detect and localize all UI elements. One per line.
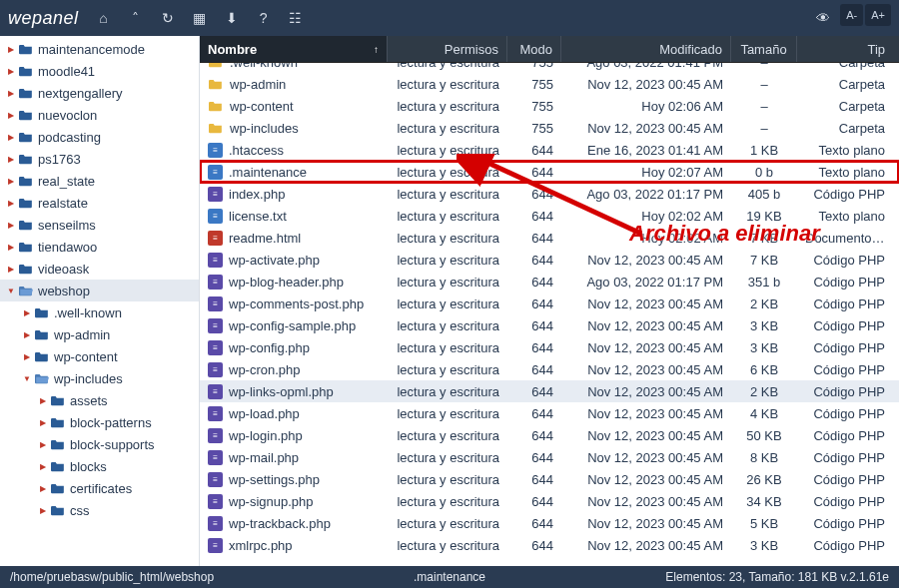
tree-item[interactable]: real_state [0, 170, 199, 192]
download-icon[interactable]: ⬇ [217, 4, 247, 32]
tree-item[interactable]: wp-admin [0, 323, 199, 345]
file-permissions: lectura y escritura [388, 318, 507, 333]
file-row[interactable]: ≡wp-login.phplectura y escritura644Nov 1… [200, 424, 899, 446]
font-decrease-button[interactable]: A- [840, 4, 863, 26]
tree-twisty-icon[interactable] [4, 243, 18, 252]
tree-item[interactable]: nuevoclon [0, 104, 199, 126]
folder-icon [50, 393, 66, 407]
tree-item[interactable]: tiendawoo [0, 236, 199, 258]
home-icon[interactable]: ⌂ [89, 4, 119, 32]
file-type: Código PHP [797, 187, 899, 202]
file-row[interactable]: wp-adminlectura y escritura755Nov 12, 20… [200, 73, 899, 95]
file-modified: Ago 03, 2022 01:17 PM [561, 275, 731, 290]
tree-item-label: blocks [70, 459, 107, 474]
tree-twisty-icon[interactable] [4, 67, 18, 76]
tree-twisty-icon[interactable] [4, 133, 18, 142]
tree-twisty-icon[interactable] [36, 506, 50, 515]
file-type: Código PHP [797, 472, 899, 487]
font-increase-button[interactable]: A+ [865, 4, 891, 26]
tree-twisty-icon[interactable] [36, 396, 50, 405]
tree-twisty-icon[interactable] [20, 374, 34, 383]
tree-item[interactable]: webshop [0, 280, 199, 301]
file-row[interactable]: ≡.htaccesslectura y escritura644Ene 16, … [200, 139, 899, 161]
file-size: 351 b [731, 275, 797, 290]
tree-item[interactable]: maintenancemode [0, 38, 199, 60]
tree-twisty-icon[interactable] [4, 199, 18, 208]
tree-twisty-icon[interactable] [36, 440, 50, 449]
file-row[interactable]: wp-includeslectura y escritura755Nov 12,… [200, 117, 899, 139]
file-size: 19 KB [731, 209, 797, 224]
tree-item[interactable]: videoask [0, 258, 199, 280]
file-row[interactable]: wp-contentlectura y escritura755Hoy 02:0… [200, 95, 899, 117]
file-list[interactable]: .well-knownlectura y escritura755Ago 03,… [200, 63, 899, 566]
column-header-size[interactable]: Tamaño [731, 36, 797, 62]
tree-item[interactable]: certificates [0, 477, 199, 499]
column-header-mode[interactable]: Modo [507, 36, 561, 62]
tree-item-label: ps1763 [38, 152, 81, 167]
file-modified: Nov 12, 2023 00:45 AM [561, 472, 731, 487]
file-row[interactable]: ≡wp-settings.phplectura y escritura644No… [200, 468, 899, 490]
file-row[interactable]: ≡license.txtlectura y escritura644Hoy 02… [200, 205, 899, 227]
file-row[interactable]: ≡wp-activate.phplectura y escritura644No… [200, 249, 899, 271]
file-row[interactable]: ≡wp-links-opml.phplectura y escritura644… [200, 380, 899, 402]
tree-twisty-icon[interactable] [36, 484, 50, 493]
tree-item[interactable]: wp-content [0, 345, 199, 367]
folder-tree[interactable]: maintenancemodemoodle41nextgengallerynue… [0, 36, 200, 566]
file-mode: 644 [507, 362, 561, 377]
folder-icon [50, 503, 66, 517]
tree-item[interactable]: podcasting [0, 126, 199, 148]
tree-item[interactable]: ps1763 [0, 148, 199, 170]
tree-twisty-icon[interactable] [4, 155, 18, 164]
file-row[interactable]: ≡wp-blog-header.phplectura y escritura64… [200, 271, 899, 293]
tree-item[interactable]: senseilms [0, 214, 199, 236]
tree-twisty-icon[interactable] [4, 177, 18, 186]
folder-icon [34, 305, 50, 319]
file-row[interactable]: ≡wp-config-sample.phplectura y escritura… [200, 314, 899, 336]
column-header-name[interactable]: Nombre↑ [200, 36, 388, 62]
file-row[interactable]: ≡.maintenancelectura y escritura644Hoy 0… [200, 161, 899, 183]
column-header-type[interactable]: Tip [797, 36, 899, 62]
tree-item[interactable]: block-patterns [0, 411, 199, 433]
file-row[interactable]: ≡wp-comments-post.phplectura y escritura… [200, 293, 899, 314]
file-row[interactable]: ≡wp-trackback.phplectura y escritura644N… [200, 512, 899, 534]
up-icon[interactable]: ˄ [121, 4, 151, 32]
tree-item[interactable]: block-supports [0, 433, 199, 455]
refresh-icon[interactable]: ↻ [153, 4, 183, 32]
tree-twisty-icon[interactable] [4, 221, 18, 230]
tree-item[interactable]: blocks [0, 455, 199, 477]
tree-item[interactable]: moodle41 [0, 60, 199, 82]
tree-twisty-icon[interactable] [4, 89, 18, 98]
column-header-modified[interactable]: Modificado [561, 36, 731, 62]
column-header-permissions[interactable]: Permisos [388, 36, 507, 62]
file-row[interactable]: .well-knownlectura y escritura755Ago 03,… [200, 63, 899, 73]
grid-icon[interactable]: ▦ [185, 4, 215, 32]
tree-twisty-icon[interactable] [4, 287, 18, 295]
file-row[interactable]: ≡wp-config.phplectura y escritura644Nov … [200, 336, 899, 358]
file-mode: 644 [507, 516, 561, 531]
settings-icon[interactable]: ☷ [281, 4, 311, 32]
tree-item[interactable]: nextgengallery [0, 82, 199, 104]
file-row[interactable]: ≡wp-load.phplectura y escritura644Nov 12… [200, 402, 899, 424]
tree-twisty-icon[interactable] [36, 418, 50, 427]
tree-twisty-icon[interactable] [20, 308, 34, 317]
tree-item[interactable]: .well-known [0, 301, 199, 323]
file-row[interactable]: ≡wp-cron.phplectura y escritura644Nov 12… [200, 358, 899, 380]
eye-icon[interactable]: 👁 [808, 4, 838, 32]
file-row[interactable]: ≡index.phplectura y escritura644Ago 03, … [200, 183, 899, 205]
tree-item[interactable]: css [0, 499, 199, 521]
tree-item[interactable]: assets [0, 389, 199, 411]
tree-twisty-icon[interactable] [20, 352, 34, 361]
help-icon[interactable]: ? [249, 4, 279, 32]
tree-twisty-icon[interactable] [36, 462, 50, 471]
file-row[interactable]: ≡xmlrpc.phplectura y escritura644Nov 12,… [200, 534, 899, 556]
tree-twisty-icon[interactable] [4, 45, 18, 54]
tree-item[interactable]: realstate [0, 192, 199, 214]
tree-item[interactable]: wp-includes [0, 367, 199, 389]
tree-twisty-icon[interactable] [4, 111, 18, 120]
file-row[interactable]: ≡wp-mail.phplectura y escritura644Nov 12… [200, 446, 899, 468]
file-row[interactable]: ≡readme.htmllectura y escritura644Hoy 02… [200, 227, 899, 249]
tree-twisty-icon[interactable] [4, 265, 18, 274]
file-row[interactable]: ≡wp-signup.phplectura y escritura644Nov … [200, 490, 899, 512]
file-permissions: lectura y escritura [388, 494, 507, 509]
tree-twisty-icon[interactable] [20, 330, 34, 339]
